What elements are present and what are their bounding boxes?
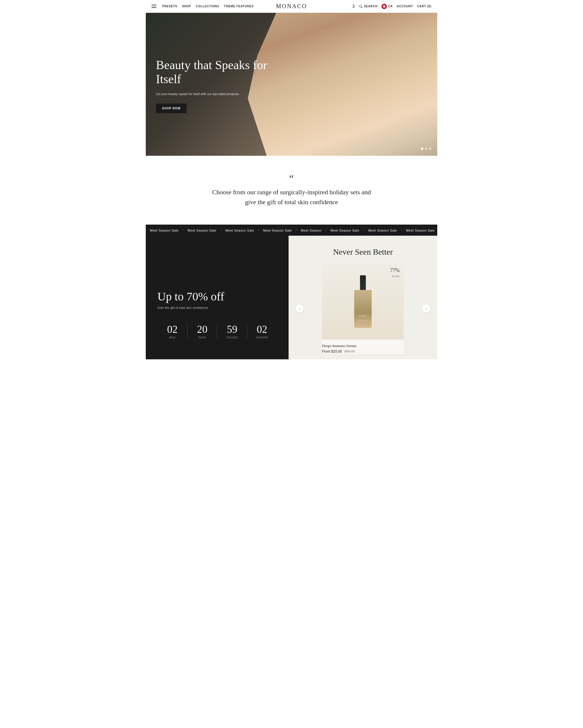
nav-collections[interactable]: COLLECTIONS — [196, 5, 219, 8]
ticker-item-4: Meet Season Sale — [259, 229, 296, 232]
carousel-next-arrow[interactable]: › — [422, 305, 430, 313]
svg-line-1 — [362, 7, 363, 8]
countdown-days-label: days — [158, 336, 188, 339]
search-icon — [359, 5, 363, 8]
countdown-days-num: 02 — [158, 324, 188, 335]
countdown-minutes-label: minutes — [217, 336, 247, 339]
product-name: Drops Immuno-Serum — [322, 344, 404, 348]
sale-badge: 77% SALE — [390, 268, 400, 278]
sale-percent: 77% — [390, 268, 400, 273]
countdown-days: 02 days — [158, 321, 188, 342]
bottle-product-name: INFINITY DROPS — [358, 320, 368, 321]
promo-subtitle: Give the gift of total skin confidence. — [158, 306, 277, 309]
site-header: PRESETS SHOP COLLECTIONS THEME FEATURES … — [146, 0, 437, 13]
hero-section: Beauty that Speaks for Itself Let your b… — [146, 13, 437, 156]
carousel-prev-arrow[interactable]: ‹ — [296, 305, 304, 313]
product-info: Drops Immuno-Serum From $20.00 $85.00 — [322, 339, 404, 354]
ticker-item-2: Meet Season Sale — [184, 229, 221, 232]
bottle-label: MÁDARA INFINITY DROPS — [355, 315, 371, 322]
product-price-row: From $20.00 $85.00 — [322, 349, 404, 354]
quote-section: “ Choose from our range of surgically-in… — [146, 156, 437, 225]
countdown-minutes-num: 59 — [217, 324, 247, 335]
bottle-body: MÁDARA INFINITY DROPS — [354, 290, 372, 328]
hero-pagination-dots — [421, 148, 432, 150]
bottle-brand-name: MÁDARA — [355, 315, 371, 317]
promo-right: Never Seen Better ‹ 77% SALE MÁDARA INFI… — [288, 236, 437, 359]
shop-now-button[interactable]: SHOP NOW — [156, 104, 187, 113]
countdown-hours-label: hours — [188, 336, 218, 339]
promo-left: Up to 70% off Give the gift of total ski… — [146, 236, 288, 359]
product-carousel: ‹ 77% SALE MÁDARA INFINITY DROPS — [295, 264, 432, 354]
header-left: PRESETS SHOP COLLECTIONS THEME FEATURES — [151, 5, 254, 8]
countdown-seconds-num: 02 — [247, 324, 277, 335]
product-bottle: MÁDARA INFINITY DROPS — [354, 275, 372, 328]
ticker-item-6: Meet Season Sale — [327, 229, 363, 232]
hamburger-menu-icon[interactable] — [151, 5, 156, 8]
hero-subtitle: Let your beauty speak for itself with ou… — [156, 92, 273, 97]
quote-text: Choose from our range of surgically-insp… — [207, 187, 376, 207]
ticker-item-5: Meet Season — [297, 229, 326, 232]
promo-title: Up to 70% off — [158, 290, 277, 303]
nav-presets[interactable]: PRESETS — [162, 5, 177, 8]
price-current: From $20.00 — [322, 349, 342, 354]
quote-mark: “ — [151, 173, 432, 184]
hero-title: Beauty that Speaks for Itself — [156, 58, 273, 86]
countdown-seconds-label: seconds — [247, 336, 277, 339]
ticker-item-3: Meet Season Sale — [221, 229, 258, 232]
ticker-item-7: Meet Season Sale — [364, 229, 401, 232]
search-label: SEARCH — [364, 5, 378, 8]
price-original: $85.00 — [344, 349, 355, 354]
cart-link[interactable]: CART (0) — [417, 5, 432, 8]
countdown-minutes: 59 minutes — [217, 321, 247, 342]
countdown-hours: 20 hours — [188, 321, 218, 342]
ticker-inner: Meet Season Sale • Meet Season Sale • Me… — [146, 229, 437, 232]
country-code: CA — [388, 5, 393, 8]
product-card: 77% SALE MÁDARA INFINITY DROPS — [322, 264, 404, 354]
hero-image — [248, 13, 437, 156]
nav-theme-features[interactable]: THEME FEATURES — [224, 5, 254, 8]
search-button[interactable]: SEARCH — [359, 5, 378, 8]
nav-shop[interactable]: SHOP — [182, 5, 191, 8]
hero-content: Beauty that Speaks for Itself Let your b… — [156, 58, 273, 113]
countdown-hours-num: 20 — [188, 324, 218, 335]
site-logo[interactable]: MONACO — [276, 3, 307, 10]
account-link[interactable]: ACCOUNT — [397, 5, 413, 8]
never-seen-title: Never Seen Better — [295, 247, 432, 257]
country-selector[interactable]: CA — [382, 4, 393, 9]
header-right: ☽ SEARCH CA ACCOUNT CART (0) — [351, 4, 432, 9]
ticker-item-1: Meet Season Sale — [146, 229, 183, 232]
svg-point-0 — [359, 5, 362, 7]
ticker-item-8: Meet Season Sale — [402, 229, 437, 232]
sale-label-text: SALE — [392, 275, 400, 278]
countdown-row: 02 days 20 hours 59 minutes 02 seconds — [158, 321, 277, 342]
split-section: Up to 70% off Give the gift of total ski… — [146, 236, 437, 359]
main-nav: PRESETS SHOP COLLECTIONS THEME FEATURES — [162, 5, 254, 8]
countdown-seconds: 02 seconds — [247, 321, 277, 342]
dark-mode-icon[interactable]: ☽ — [351, 4, 355, 9]
dot-2[interactable] — [425, 148, 427, 150]
bottle-cap — [360, 275, 366, 290]
country-flag — [382, 4, 387, 9]
dot-1[interactable] — [421, 148, 423, 150]
ticker-bar: Meet Season Sale • Meet Season Sale • Me… — [146, 225, 437, 236]
dot-3[interactable] — [429, 148, 432, 150]
